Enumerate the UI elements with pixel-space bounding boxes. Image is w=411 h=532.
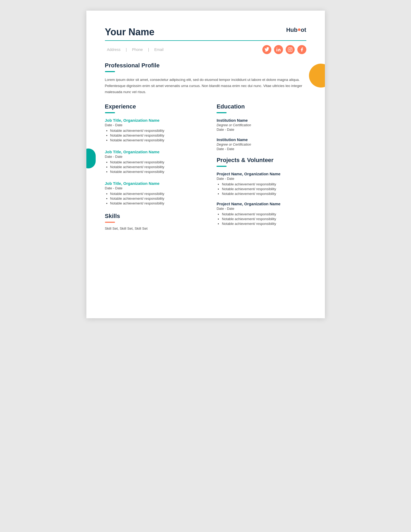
achievement-2-2: Notable achievement/ responsibility xyxy=(110,165,204,169)
project-block-1: Project Name, Organization Name Date - D… xyxy=(216,172,306,196)
header: Your Name Hubot xyxy=(105,27,306,38)
skills-text: Skill Set, Skill Set, Skill Set xyxy=(105,226,204,230)
header-divider xyxy=(105,40,306,41)
job-title-1: Job Title, Organization Name xyxy=(105,118,204,123)
project-date-1: Date - Date xyxy=(216,177,306,181)
contact-phone: Phone xyxy=(132,47,143,52)
linkedin-icon[interactable] xyxy=(274,45,283,54)
project-title-2: Project Name, Organization Name xyxy=(216,202,306,206)
job-achievements-3: Notable achievement/ responsibility Nota… xyxy=(105,192,204,205)
education-section: Education Institution Name Degree or Cer… xyxy=(216,103,306,151)
resume-page: Your Name Hubot Address | Phone | Email xyxy=(86,11,325,318)
project-achievements-2: Notable achievement/ responsibility Nota… xyxy=(216,212,306,226)
achievement-2-1: Notable achievement/ responsibility xyxy=(110,160,204,164)
proj-ach-2-1: Notable achievement/ responsibility xyxy=(222,212,306,216)
separator-1: | xyxy=(126,47,127,52)
projects-underline xyxy=(216,166,227,167)
achievement-3-3: Notable achievement/ responsibility xyxy=(110,201,204,205)
job-achievements-1: Notable achievement/ responsibility Nota… xyxy=(105,129,204,142)
left-column: Experience Job Title, Organization Name … xyxy=(105,103,204,232)
skills-section: Skills Skill Set, Skill Set, Skill Set xyxy=(105,213,204,230)
education-underline xyxy=(216,112,227,113)
hubspot-dot xyxy=(298,28,300,31)
experience-section: Experience Job Title, Organization Name … xyxy=(105,103,204,205)
skills-underline xyxy=(105,222,115,223)
job-block-2: Job Title, Organization Name Date - Date… xyxy=(105,150,204,174)
edu-degree-2: Degree or Certification xyxy=(216,142,306,146)
achievement-1-1: Notable achievement/ responsibility xyxy=(110,129,204,133)
contact-info: Address | Phone | Email xyxy=(105,47,166,52)
achievement-3-1: Notable achievement/ responsibility xyxy=(110,192,204,196)
job-achievements-2: Notable achievement/ responsibility Nota… xyxy=(105,160,204,174)
edu-block-1: Institution Name Degree or Certification… xyxy=(216,118,306,132)
svg-point-2 xyxy=(289,49,291,50)
achievement-3-2: Notable achievement/ responsibility xyxy=(110,197,204,200)
achievement-1-2: Notable achievement/ responsibility xyxy=(110,133,204,137)
job-date-1: Date - Date xyxy=(105,123,204,127)
proj-ach-2-3: Notable achievement/ responsibility xyxy=(222,222,306,226)
job-block-1: Job Title, Organization Name Date - Date… xyxy=(105,118,204,142)
edu-institution-1: Institution Name xyxy=(216,118,306,123)
profile-underline xyxy=(105,71,115,72)
social-icons xyxy=(262,45,306,54)
hubspot-logo: Hubot xyxy=(286,27,306,33)
project-achievements-1: Notable achievement/ responsibility Nota… xyxy=(216,182,306,196)
proj-ach-2-2: Notable achievement/ responsibility xyxy=(222,217,306,221)
resume-name: Your Name xyxy=(105,27,154,38)
twitter-icon[interactable] xyxy=(262,45,271,54)
project-block-2: Project Name, Organization Name Date - D… xyxy=(216,202,306,226)
job-block-3: Job Title, Organization Name Date - Date… xyxy=(105,181,204,205)
contact-row: Address | Phone | Email xyxy=(105,45,306,54)
profile-text: Lorem ipsum dolor sit amet, consectetur … xyxy=(105,77,306,95)
contact-address: Address xyxy=(107,47,121,52)
skills-title: Skills xyxy=(105,213,204,220)
proj-ach-1-1: Notable achievement/ responsibility xyxy=(222,182,306,186)
edu-date-1: Date - Date xyxy=(216,128,306,132)
achievement-1-3: Notable achievement/ responsibility xyxy=(110,138,204,142)
contact-email: Email xyxy=(154,47,163,52)
education-title: Education xyxy=(216,103,306,110)
edu-degree-1: Degree or Certification xyxy=(216,123,306,127)
experience-underline xyxy=(105,112,115,113)
job-title-3: Job Title, Organization Name xyxy=(105,181,204,186)
svg-point-0 xyxy=(276,48,277,49)
svg-point-3 xyxy=(291,48,291,49)
proj-ach-1-2: Notable achievement/ responsibility xyxy=(222,187,306,191)
job-title-2: Job Title, Organization Name xyxy=(105,150,204,154)
separator-2: | xyxy=(148,47,149,52)
edu-block-2: Institution Name Degree or Certification… xyxy=(216,137,306,151)
achievement-2-3: Notable achievement/ responsibility xyxy=(110,170,204,174)
instagram-icon[interactable] xyxy=(286,45,295,54)
job-date-2: Date - Date xyxy=(105,155,204,159)
experience-title: Experience xyxy=(105,103,204,110)
projects-section: Projects & Volunteer Project Name, Organ… xyxy=(216,157,306,226)
job-date-3: Date - Date xyxy=(105,186,204,190)
svg-rect-1 xyxy=(288,48,292,52)
edu-institution-2: Institution Name xyxy=(216,137,306,142)
project-date-2: Date - Date xyxy=(216,207,306,211)
profile-title: Professional Profile xyxy=(105,62,306,69)
projects-title: Projects & Volunteer xyxy=(216,157,306,164)
profile-section: Professional Profile Lorem ipsum dolor s… xyxy=(105,62,306,95)
right-column: Education Institution Name Degree or Cer… xyxy=(216,103,306,232)
hubspot-ot: ot xyxy=(301,27,306,33)
facebook-icon[interactable] xyxy=(297,45,306,54)
project-title-1: Project Name, Organization Name xyxy=(216,172,306,176)
two-column-layout: Experience Job Title, Organization Name … xyxy=(105,103,306,232)
edu-date-2: Date - Date xyxy=(216,147,306,151)
proj-ach-1-3: Notable achievement/ responsibility xyxy=(222,192,306,196)
decorative-yellow-circle xyxy=(309,64,325,88)
decorative-teal-shape xyxy=(86,149,96,168)
hubspot-hub: Hub xyxy=(286,27,298,33)
